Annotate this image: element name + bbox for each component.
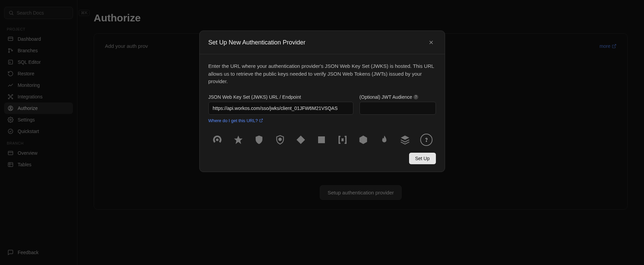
provider-hexagon-icon[interactable] (358, 134, 369, 146)
modal-title: Set Up New Authentication Provider (208, 39, 306, 46)
help-icon[interactable]: ? (413, 95, 418, 99)
provider-shield-icon[interactable] (253, 134, 264, 146)
svg-rect-30 (318, 136, 325, 143)
provider-icons-row (208, 134, 436, 146)
jwt-audience-input[interactable] (360, 102, 436, 115)
jwt-audience-label: (Optional) JWT Audience ? (360, 94, 436, 100)
jwks-help-link[interactable]: Where do I get this URL? (208, 118, 263, 123)
close-icon (428, 39, 434, 45)
set-up-button[interactable]: Set Up (409, 153, 436, 164)
modal-overlay[interactable]: Set Up New Authentication Provider Enter… (0, 0, 644, 265)
provider-auth0-icon[interactable] (233, 134, 244, 146)
svg-point-31 (426, 141, 427, 141)
provider-brackets-icon[interactable] (337, 134, 348, 146)
svg-point-29 (279, 138, 281, 141)
modal-description: Enter the URL where your authentication … (208, 62, 436, 86)
auth-provider-modal: Set Up New Authentication Provider Enter… (199, 31, 445, 172)
provider-square-icon[interactable] (316, 134, 327, 146)
provider-stack-icon[interactable] (400, 134, 411, 146)
svg-point-28 (216, 138, 219, 141)
jwks-url-input[interactable] (208, 102, 353, 115)
provider-firebase-icon[interactable] (379, 134, 390, 146)
provider-other-icon[interactable] (420, 134, 432, 146)
jwks-url-label: JSON Web Key Set (JWKS) URL / Endpoint (208, 94, 353, 100)
provider-diamond-icon[interactable] (295, 134, 306, 146)
modal-close-button[interactable] (426, 38, 436, 47)
external-link-icon (259, 118, 263, 122)
provider-clerk-icon[interactable] (212, 134, 223, 146)
provider-supertokens-icon[interactable] (274, 134, 286, 146)
